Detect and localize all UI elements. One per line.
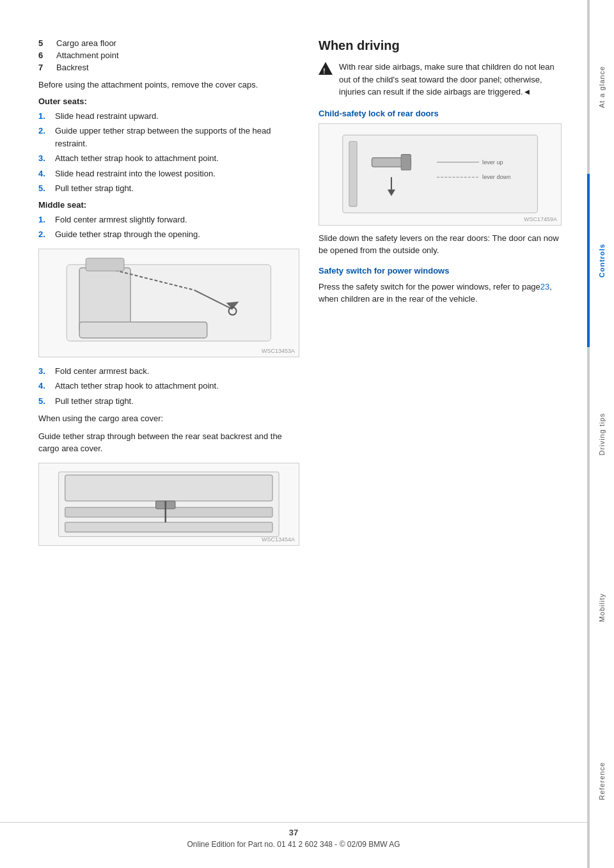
sidebar-section-mobility[interactable]: Mobility (587, 521, 614, 695)
item-num-5: 5 (38, 38, 49, 48)
power-windows-text: Press the safety switch for the power wi… (319, 281, 562, 306)
warning-triangle-icon (319, 62, 333, 75)
footer-text: Online Edition for Part no. 01 41 2 602 … (0, 840, 587, 849)
outer-step-3: 3. Attach tether strap hook to attachmen… (38, 152, 299, 165)
power-windows-text-part1: Press the safety switch for the power wi… (319, 282, 540, 291)
item-row-6: 6 Attachment point (38, 50, 299, 60)
sidebar-label-controls: Controls (598, 244, 606, 277)
steps-after-diagram-list: 3. Fold center armrest back. 4. Attach t… (38, 365, 299, 408)
page-number: 37 (0, 828, 587, 837)
diagram1-label: WSC13453A (262, 348, 295, 354)
item-num-7: 7 (38, 63, 49, 72)
sidebar-section-controls[interactable]: Controls (587, 174, 614, 348)
door-diagram-label: WSC17459A (524, 216, 557, 222)
item-text-6: Attachment point (56, 50, 119, 60)
middle-steps-list: 1. Fold center armrest slightly forward.… (38, 213, 299, 241)
left-column: 5 Cargo area floor 6 Attachment point 7 … (38, 38, 299, 830)
diagram2-label: WSC13454A (262, 536, 295, 543)
sidebar-section-reference[interactable]: Reference (587, 694, 614, 868)
sidebar-section-at-a-glance[interactable]: At a glance (587, 0, 614, 174)
sidebar-label-driving-tips: Driving tips (598, 413, 606, 455)
item-text-7: Backrest (56, 63, 89, 72)
svg-rect-6 (86, 258, 124, 271)
body-text-cover-caps: Before using the attachment points, remo… (38, 79, 299, 91)
outer-step-4: 4. Slide head restraint into the lowest … (38, 167, 299, 180)
item-text-5: Cargo area floor (56, 38, 116, 48)
item-num-6: 6 (38, 50, 49, 60)
svg-rect-2 (79, 322, 207, 337)
svg-text:lever down: lever down (482, 174, 510, 181)
diagram-cargo: WSC13454A (38, 463, 299, 546)
sidebar-label-mobility: Mobility (598, 593, 606, 622)
warning-text: With rear side airbags, make sure that c… (339, 61, 562, 98)
item-row-5: 5 Cargo area floor (38, 38, 299, 48)
svg-rect-11 (65, 522, 272, 532)
door-diagram-svg: lever up lever down (331, 128, 549, 219)
middle-seat-label: Middle seat: (38, 200, 299, 210)
middle-step-2: 2. Guide tether strap through the openin… (38, 228, 299, 241)
warning-box: With rear side airbags, make sure that c… (319, 61, 562, 98)
sidebar-section-driving-tips[interactable]: Driving tips (587, 347, 614, 521)
power-windows-title: Safety switch for power windows (319, 266, 562, 275)
page-footer: 37 Online Edition for Part no. 01 41 2 6… (0, 822, 587, 849)
outer-steps-list: 1. Slide head restraint upward. 2. Guide… (38, 110, 299, 195)
cargo-cover-guide: Guide tether strap through between the r… (38, 430, 299, 455)
child-safety-lock-title: Child-safety lock of rear doors (319, 109, 562, 118)
outer-step-1: 1. Slide head restraint upward. (38, 110, 299, 123)
seat-diagram-svg (45, 252, 292, 354)
item-row-7: 7 Backrest (38, 63, 299, 72)
outer-step-2: 2. Guide upper tether strap between the … (38, 125, 299, 150)
step-after-3: 3. Fold center armrest back. (38, 365, 299, 378)
svg-rect-17 (401, 155, 411, 170)
cargo-diagram-svg (45, 465, 292, 543)
diagram-seat-1: WSC13453A (38, 249, 299, 357)
sidebar-label-reference: Reference (598, 762, 606, 800)
right-column: When driving With rear side airbags, mak… (319, 38, 562, 830)
sidebar: At a glance Controls Driving tips Mobili… (587, 0, 614, 868)
child-safety-text: Slide down the safety levers on the rear… (319, 232, 562, 257)
power-windows-page-link[interactable]: 23 (540, 282, 549, 291)
item-list: 5 Cargo area floor 6 Attachment point 7 … (38, 38, 299, 72)
svg-text:lever up: lever up (482, 159, 503, 166)
step-after-5: 5. Pull tether strap tight. (38, 395, 299, 408)
main-content: 5 Cargo area floor 6 Attachment point 7 … (0, 0, 587, 868)
child-safety-diagram: lever up lever down WSC17459A (319, 123, 562, 226)
middle-step-1: 1. Fold center armrest slightly forward. (38, 213, 299, 226)
page-container: 5 Cargo area floor 6 Attachment point 7 … (0, 0, 614, 868)
cargo-cover-when: When using the cargo area cover: (38, 412, 299, 425)
outer-seats-label: Outer seats: (38, 97, 299, 106)
when-driving-title: When driving (319, 38, 562, 53)
outer-step-5: 5. Pull tether strap tight. (38, 182, 299, 195)
svg-rect-15 (349, 142, 357, 207)
step-after-4: 4. Attach tether strap hook to attachmen… (38, 380, 299, 392)
sidebar-label-at-a-glance: At a glance (598, 66, 606, 108)
svg-rect-9 (65, 475, 272, 501)
